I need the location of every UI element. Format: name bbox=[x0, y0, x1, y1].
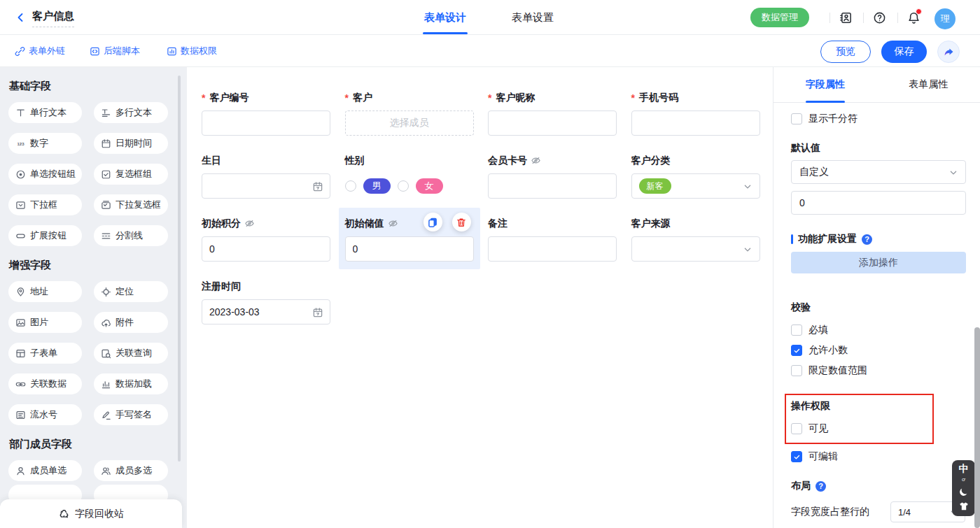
back-button[interactable] bbox=[13, 10, 28, 25]
header-divider bbox=[863, 13, 864, 23]
radio-circle[interactable] bbox=[398, 180, 409, 192]
palette-item-dataload[interactable]: 数据加载 bbox=[94, 373, 168, 394]
toolbar-link-script[interactable]: 后端脚本 bbox=[90, 43, 140, 59]
palette-item-text[interactable]: 单行文本 bbox=[8, 102, 82, 123]
field-input[interactable] bbox=[488, 173, 617, 199]
add-action-button[interactable]: 添加操作 bbox=[791, 252, 966, 273]
canvas-field-初始积分[interactable]: 初始积分 bbox=[202, 217, 330, 262]
sidebar-scrollbar[interactable] bbox=[178, 76, 181, 462]
user-avatar[interactable]: 理 bbox=[934, 8, 955, 29]
palette-item-radio[interactable]: 单选按钮组 bbox=[8, 164, 82, 185]
help-question-icon[interactable]: ? bbox=[862, 234, 872, 245]
svg-text:123: 123 bbox=[17, 141, 24, 145]
share-arrow-icon bbox=[942, 45, 955, 58]
checkbox-visible[interactable]: 可见 bbox=[791, 421, 932, 436]
help-button[interactable] bbox=[872, 10, 887, 25]
palette-item-location[interactable]: 定位 bbox=[94, 281, 168, 302]
field-input[interactable] bbox=[202, 236, 330, 262]
radio-option-pill[interactable]: 女 bbox=[416, 178, 443, 194]
checkbox-允许小数[interactable]: 允许小数 bbox=[791, 343, 965, 358]
palette-item-members[interactable]: 成员多选 bbox=[94, 460, 168, 481]
checkbox[interactable] bbox=[791, 423, 802, 434]
field-input[interactable] bbox=[202, 110, 330, 136]
palette-item-subform[interactable]: 子表单 bbox=[8, 343, 82, 364]
form-title[interactable]: 客户信息 bbox=[32, 10, 74, 27]
data-manage-button[interactable]: 数据管理 bbox=[750, 8, 809, 27]
dropdown-select[interactable] bbox=[631, 236, 760, 262]
canvas-field-客户分类[interactable]: 客户分类新客 bbox=[631, 155, 760, 199]
dropdown-select[interactable]: 新客 bbox=[631, 173, 760, 199]
checkbox[interactable] bbox=[791, 113, 802, 124]
form-canvas[interactable]: *客户编号*客户选择成员*客户昵称*手机号码生日性别男女会员卡号客户分类新客初始… bbox=[187, 67, 773, 528]
palette-item-attach[interactable]: 附件 bbox=[94, 312, 168, 333]
field-label: 性别 bbox=[345, 155, 474, 166]
browser-extension-widget[interactable]: 中 ơ bbox=[952, 460, 975, 516]
canvas-field-客户来源[interactable]: 客户来源 bbox=[631, 217, 760, 262]
checkbox-thousand-separator[interactable]: 显示千分符 bbox=[791, 111, 965, 127]
page-scrollbar[interactable] bbox=[974, 327, 980, 528]
canvas-field-会员卡号[interactable]: 会员卡号 bbox=[488, 155, 617, 199]
notifications-button[interactable] bbox=[906, 10, 921, 25]
canvas-field-注册时间[interactable]: 注册时间2023-03-03 bbox=[202, 280, 330, 324]
radio-option-pill[interactable]: 男 bbox=[363, 178, 391, 194]
palette-item-member[interactable]: 成员单选 bbox=[8, 460, 82, 481]
palette-item-number[interactable]: 123数字 bbox=[8, 133, 82, 154]
default-type-select[interactable]: 自定义 bbox=[791, 160, 966, 184]
help-question-icon[interactable]: ? bbox=[816, 481, 826, 492]
palette-item-linkdata[interactable]: 关联数据 bbox=[8, 373, 82, 394]
canvas-field-性别[interactable]: 性别男女 bbox=[345, 155, 474, 199]
save-button[interactable]: 保存 bbox=[881, 41, 927, 63]
palette-item-checkgroup[interactable]: 复选框组 bbox=[94, 164, 168, 185]
palette-item-select[interactable]: 下拉框 bbox=[8, 194, 82, 215]
palette-item-serial[interactable]: 流水号 bbox=[8, 404, 82, 425]
field-input[interactable] bbox=[488, 110, 617, 136]
canvas-field-客户[interactable]: *客户选择成员 bbox=[345, 92, 474, 136]
field-input[interactable] bbox=[488, 236, 617, 262]
contacts-button[interactable] bbox=[838, 10, 853, 25]
checkbox[interactable] bbox=[791, 324, 802, 336]
dark-mode-moon-icon[interactable] bbox=[958, 486, 969, 497]
checkbox-必填[interactable]: 必填 bbox=[791, 322, 965, 338]
palette-item-textarea[interactable]: 多行文本 bbox=[94, 102, 168, 123]
palette-item-lookup[interactable]: 关联查询 bbox=[94, 343, 168, 364]
tab-form-design[interactable]: 表单设计 bbox=[424, 0, 466, 34]
tab-form-properties[interactable]: 表单属性 bbox=[877, 67, 980, 102]
default-value-input[interactable] bbox=[791, 191, 966, 215]
palette-item-date[interactable]: 日期时间 bbox=[94, 133, 168, 154]
checkbox[interactable] bbox=[791, 451, 802, 462]
tab-form-settings[interactable]: 表单设置 bbox=[512, 0, 554, 34]
canvas-field-生日[interactable]: 生日 bbox=[202, 155, 330, 199]
canvas-field-备注[interactable]: 备注 bbox=[488, 217, 617, 262]
properties-panel: 字段属性 表单属性 显示千分符 默认值 自定义 功能扩展设置 ? 添加操作 校验… bbox=[773, 67, 980, 528]
canvas-field-初始储值[interactable]: 初始储值 bbox=[345, 217, 474, 262]
select-member-button[interactable]: 选择成员 bbox=[345, 110, 474, 136]
canvas-field-手机号码[interactable]: *手机号码 bbox=[631, 92, 760, 136]
field-recycle-bin[interactable]: 字段回收站 bbox=[0, 499, 182, 528]
toolbar-link-perm[interactable]: 数据权限 bbox=[167, 43, 217, 59]
palette-item-address[interactable]: 地址 bbox=[8, 281, 82, 302]
palette-item-multiselect[interactable]: 下拉复选框 bbox=[94, 194, 168, 215]
field-input[interactable] bbox=[631, 110, 760, 136]
theme-shirt-icon[interactable] bbox=[958, 501, 969, 512]
palette-item-image[interactable]: 图片 bbox=[8, 312, 82, 333]
date-input[interactable] bbox=[202, 173, 330, 199]
canvas-field-客户编号[interactable]: *客户编号 bbox=[202, 92, 330, 136]
radio-circle[interactable] bbox=[345, 180, 356, 192]
palette-item-sign[interactable]: 手写签名 bbox=[94, 404, 168, 425]
toolbar-link-link[interactable]: 表单外链 bbox=[15, 43, 65, 59]
checkbox-editable[interactable]: 可编辑 bbox=[791, 449, 965, 464]
canvas-field-客户昵称[interactable]: *客户昵称 bbox=[488, 92, 617, 136]
ime-icon[interactable]: 中 bbox=[959, 464, 969, 473]
field-label: 初始储值 bbox=[345, 217, 474, 229]
tab-field-properties[interactable]: 字段属性 bbox=[774, 67, 877, 102]
palette-item-pill[interactable]: 扩展按钮 bbox=[8, 225, 82, 246]
checkbox[interactable] bbox=[791, 365, 802, 376]
share-button[interactable] bbox=[937, 41, 960, 63]
palette-item-divider[interactable]: 分割线 bbox=[94, 225, 168, 246]
field-input[interactable] bbox=[345, 236, 474, 262]
checkbox[interactable] bbox=[791, 345, 802, 356]
preview-button[interactable]: 预览 bbox=[820, 41, 871, 63]
date-input[interactable]: 2023-03-03 bbox=[202, 299, 330, 324]
date-icon bbox=[101, 138, 111, 149]
checkbox-限定数值范围[interactable]: 限定数值范围 bbox=[791, 363, 965, 378]
